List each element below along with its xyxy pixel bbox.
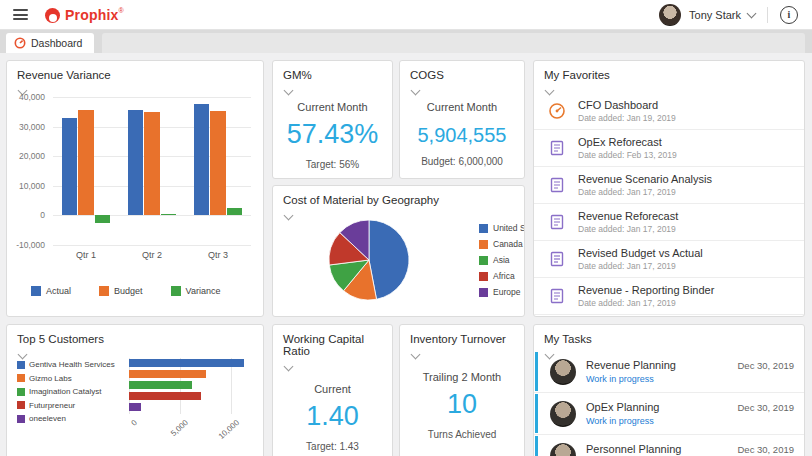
card-title: My Tasks: [534, 325, 804, 345]
card-title: Cost of Material by Geography: [273, 186, 524, 206]
kpi-value: 10: [447, 389, 477, 420]
task-accent-bar: [535, 394, 538, 433]
document-icon: [548, 176, 566, 194]
hbar-oneeleven[interactable]: [129, 403, 141, 411]
hbar-gentiva-health-services[interactable]: [129, 359, 244, 367]
legend-item[interactable]: Gentiva Health Services: [17, 360, 115, 369]
working-capital-card: Working Capital Ratio Current 1.40 Targe…: [272, 324, 393, 456]
legend-item[interactable]: Imagination Catalyst: [17, 387, 115, 396]
collapse-chevron-icon[interactable]: [18, 350, 28, 360]
bar-actual-qtr-3[interactable]: [194, 104, 209, 215]
bar-budget-qtr-2[interactable]: [144, 112, 159, 216]
kpi-footer: Target: 1.43: [306, 441, 359, 452]
legend-label: Africa: [493, 271, 515, 281]
tab-bar: Dashboard: [0, 30, 812, 53]
bar-variance-qtr-2[interactable]: [161, 214, 176, 216]
favorite-item[interactable]: Revenue Reforecast Date added: Jan 17, 2…: [534, 204, 804, 241]
x-axis-tick-label: 5,000: [169, 418, 190, 438]
hamburger-menu-icon[interactable]: [13, 7, 28, 23]
legend-item[interactable]: Variance: [171, 286, 221, 296]
chevron-down-icon[interactable]: [747, 8, 757, 18]
document-icon: [548, 213, 566, 231]
user-cluster: Tony Stark i: [659, 4, 812, 26]
legend-item[interactable]: Actual: [31, 286, 71, 296]
x-axis: Qtr 1Qtr 2Qtr 3: [53, 250, 251, 264]
kpi-body: Current 1.40 Target: 1.43: [273, 370, 392, 452]
favorite-name: Revenue - Reporting Binder: [578, 284, 714, 296]
task-list: Revenue Planning Work in progress Dec 30…: [534, 351, 804, 456]
card-title: My Favorites: [534, 61, 804, 81]
kpi-footer: Budget: 6,000,000: [421, 156, 503, 167]
tab-dashboard[interactable]: Dashboard: [6, 33, 94, 53]
legend-item[interactable]: Futurpreneur: [17, 401, 115, 410]
bar-variance-qtr-3[interactable]: [227, 208, 242, 215]
hbar-imagination-catalyst[interactable]: [129, 381, 192, 389]
bar-actual-qtr-2[interactable]: [128, 110, 143, 215]
hbar-futurpreneur[interactable]: [129, 392, 201, 400]
legend-label: Europe: [493, 287, 520, 297]
kpi-value: 57.43%: [287, 119, 379, 150]
task-avatar: [550, 401, 576, 427]
kpi-subtitle: Current Month: [427, 101, 497, 113]
kpi-body: Current Month 57.43% Target: 56%: [273, 94, 392, 170]
bar-budget-qtr-3[interactable]: [210, 111, 225, 215]
legend-item[interactable]: Asia: [479, 255, 525, 265]
legend-swatch: [479, 240, 488, 249]
legend-label: United States: [493, 223, 525, 233]
legend-item[interactable]: oneeleven: [17, 414, 115, 423]
favorite-item[interactable]: CFO Dashboard Date added: Jan 19, 2019: [534, 93, 804, 130]
x-axis-label: Qtr 2: [142, 250, 162, 260]
dashboard-gauge-icon: [548, 102, 566, 120]
gm-percent-card: GM% Current Month 57.43% Target: 56%: [272, 60, 393, 179]
legend-swatch: [31, 286, 41, 296]
my-favorites-card: My Favorites CFO Dashboard Date added: J…: [533, 60, 805, 317]
brand-logo: Prophix ®: [45, 7, 124, 23]
legend-item[interactable]: United States: [479, 223, 525, 233]
x-axis-label: Qtr 3: [208, 250, 228, 260]
bar-actual-qtr-1[interactable]: [62, 118, 77, 216]
legend-item[interactable]: Europe: [479, 287, 525, 297]
legend-swatch: [479, 272, 488, 281]
kpi-footer: Target: 56%: [306, 159, 359, 170]
legend-label: Budget: [114, 286, 143, 296]
favorite-date: Date added: Feb 13, 2019: [578, 150, 677, 160]
legend-swatch: [17, 374, 25, 382]
legend-item[interactable]: Canada: [479, 239, 525, 249]
kpi-body: Current Month 5,904,555 Budget: 6,000,00…: [400, 94, 524, 167]
favorites-list: CFO Dashboard Date added: Jan 19, 2019 O…: [534, 93, 804, 315]
legend-item[interactable]: Africa: [479, 271, 525, 281]
favorite-item[interactable]: Revenue Scenario Analysis Date added: Ja…: [534, 167, 804, 204]
cost-of-material-card: Cost of Material by Geography United Sta…: [272, 185, 525, 317]
legend-swatch: [171, 286, 181, 296]
gridline: [53, 97, 251, 98]
dashboard-tab-icon: [14, 37, 26, 49]
legend-label: Gizmo Labs: [29, 374, 72, 383]
favorite-date: Date added: Jan 19, 2019: [578, 113, 676, 123]
favorite-item[interactable]: Revised Budget vs Actual Date added: Jan…: [534, 241, 804, 278]
task-item[interactable]: Revenue Planning Work in progress Dec 30…: [534, 351, 804, 393]
kpi-subtitle: Trailing 2 Month: [423, 371, 501, 383]
legend-swatch: [17, 388, 25, 396]
favorite-item[interactable]: OpEx Reforecast Date added: Feb 13, 2019: [534, 130, 804, 167]
favorite-item[interactable]: Revenue - Reporting Binder Date added: J…: [534, 278, 804, 315]
task-date: Dec 30, 2019: [737, 402, 794, 413]
task-item[interactable]: OpEx Planning Work in progress Dec 30, 2…: [534, 393, 804, 435]
task-avatar: [550, 443, 576, 456]
legend-item[interactable]: Gizmo Labs: [17, 374, 115, 383]
document-icon: [548, 250, 566, 268]
legend-swatch: [17, 415, 25, 423]
collapse-chevron-icon[interactable]: [284, 211, 294, 221]
task-status-link[interactable]: Work in progress: [586, 416, 659, 426]
legend-label: Gentiva Health Services: [29, 360, 115, 369]
task-item[interactable]: Personnel Planning Work in progress Dec …: [534, 435, 804, 456]
info-icon[interactable]: i: [780, 6, 798, 24]
pie-slice-united-states[interactable]: [369, 220, 409, 299]
task-status-link[interactable]: Work in progress: [586, 374, 676, 384]
legend-item[interactable]: Budget: [99, 286, 143, 296]
task-name: Personnel Planning: [586, 443, 681, 455]
user-avatar[interactable]: [659, 4, 681, 26]
bar-budget-qtr-1[interactable]: [78, 110, 93, 215]
my-tasks-card: My Tasks Revenue Planning Work in progre…: [533, 324, 805, 456]
bar-variance-qtr-1[interactable]: [95, 215, 110, 222]
hbar-gizmo-labs[interactable]: [129, 370, 206, 378]
